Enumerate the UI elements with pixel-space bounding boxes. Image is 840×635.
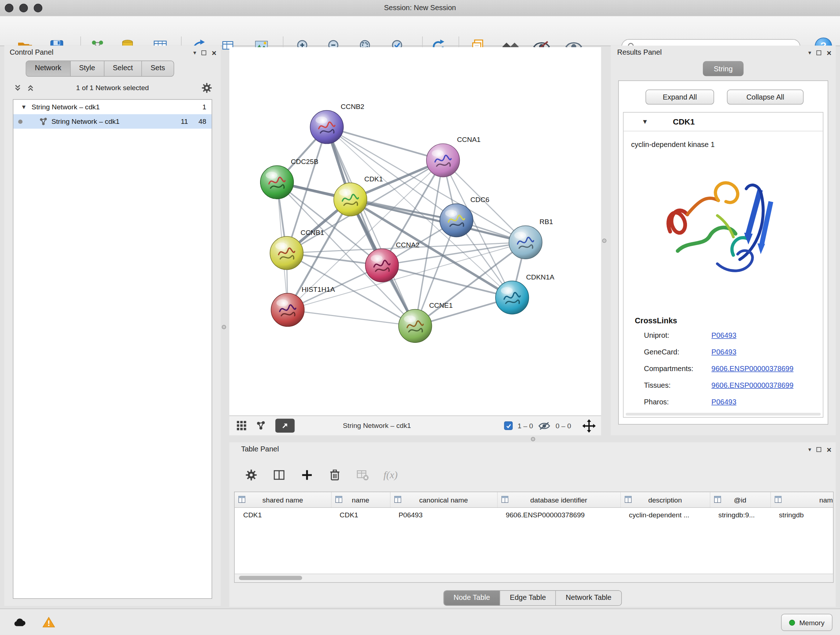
cell-name[interactable]: CDK1	[331, 508, 390, 522]
network-glyph-icon[interactable]	[256, 421, 266, 431]
column-icon	[624, 496, 631, 503]
table-settings-gear-icon[interactable]	[243, 467, 259, 483]
function-builder-icon: f(x)	[382, 467, 398, 483]
collapse-all-button[interactable]: Collapse All	[727, 89, 804, 104]
warnings-button[interactable]	[39, 614, 59, 630]
splitter-handle-left[interactable]	[222, 325, 226, 329]
window-title: Session: New Session	[0, 0, 840, 16]
network-canvas[interactable]: CCNB2CCNA1CDC25BCDK1CDC6RB1CCNB1CCNA2CDK…	[229, 47, 601, 415]
network-edge[interactable]	[327, 127, 443, 160]
protein-section-header[interactable]: ▼ CDK1	[624, 112, 823, 131]
table-close-icon[interactable]: ×	[827, 445, 831, 453]
network-graph[interactable]: CCNB2CCNA1CDC25BCDK1CDC6RB1CCNB1CCNA2CDK…	[229, 47, 601, 415]
cell-namespace[interactable]: stringdb	[770, 508, 834, 522]
column-icon	[335, 496, 342, 503]
table-maximize-icon[interactable]	[816, 447, 821, 451]
node-label-CCNA1: CCNA1	[457, 136, 480, 143]
network-node-HIST1H1A[interactable]: HIST1H1A	[271, 286, 335, 326]
selected-checkbox[interactable]	[504, 421, 513, 430]
column-header-database-identifier[interactable]: database identifier	[497, 492, 621, 507]
network-collection-row[interactable]: ▼ String Network – cdk1 1	[13, 100, 212, 114]
column-header-canonical-name[interactable]: canonical name	[390, 492, 497, 507]
network-options-gear-icon[interactable]	[202, 82, 212, 93]
crosslink-value[interactable]: 9606.ENSP00000378699	[712, 381, 794, 389]
tab-string[interactable]: String	[703, 61, 744, 76]
column-icon	[714, 496, 721, 503]
network-node-CCNB2[interactable]: CCNB2	[310, 103, 364, 144]
birdseye-grid-icon[interactable]	[237, 421, 247, 431]
protein-name: CDK1	[673, 112, 695, 131]
protein-description: cyclin-dependent kinase 1	[631, 141, 714, 149]
cloud-services-button[interactable]	[10, 614, 30, 630]
network-edge[interactable]	[287, 242, 526, 310]
network-node-CCNA1[interactable]: CCNA1	[426, 136, 481, 177]
cell-database-identifier[interactable]: 9606.ENSP00000378699	[497, 508, 621, 522]
column-header-shared-name[interactable]: shared name	[235, 492, 332, 507]
results-close-icon[interactable]: ×	[827, 49, 831, 57]
current-network-bullet-icon	[18, 119, 22, 124]
protein-structure-image	[654, 157, 793, 290]
tree-disclosure-icon[interactable]: ▼	[21, 100, 27, 114]
network-node-CCNB1[interactable]: CCNB1	[270, 229, 324, 270]
crosslink-value[interactable]: P06493	[712, 348, 737, 356]
table-header-row: shared name name canonical name database…	[235, 492, 834, 507]
crosslink-value[interactable]: 9606.ENSP00000378699	[712, 364, 794, 372]
table-horizontal-scrollbar[interactable]	[235, 574, 833, 583]
network-node-CDKN1A[interactable]: CDKN1A	[496, 273, 554, 314]
delete-table-icon-disabled	[355, 467, 370, 483]
node-table: shared name name canonical name database…	[234, 492, 834, 583]
network-row-selected[interactable]: String Network – cdk1 11 48	[13, 114, 212, 128]
control-panel-tabs: Network Style Select Sets	[26, 60, 174, 76]
node-label-CDKN1A: CDKN1A	[526, 273, 554, 281]
tab-network-table[interactable]: Network Table	[556, 591, 621, 605]
detach-view-button[interactable]	[275, 419, 294, 433]
results-scrollbar[interactable]	[626, 413, 821, 415]
column-header-id[interactable]: @id	[710, 492, 770, 507]
tab-style[interactable]: Style	[71, 61, 104, 76]
network-selection-status: 1 of 1 Network selected	[4, 79, 221, 97]
delete-column-icon[interactable]	[327, 467, 343, 483]
memory-button[interactable]: Memory	[781, 614, 832, 631]
panel-close-icon[interactable]: ×	[212, 49, 216, 57]
column-header-name[interactable]: name	[331, 492, 390, 507]
crosslink-row: Uniprot: P06493	[624, 331, 823, 344]
results-maximize-icon[interactable]	[816, 50, 821, 55]
crosslinks-title: CrossLinks	[635, 317, 677, 325]
expand-all-button[interactable]: Expand All	[645, 89, 714, 104]
cell-canonical-name[interactable]: P06493	[390, 508, 497, 522]
node-label-CDK1: CDK1	[364, 175, 383, 183]
section-disclosure-icon[interactable]: ▼	[642, 112, 648, 131]
table-row[interactable]: CDK1 CDK1 P06493 9606.ENSP00000378699 cy…	[235, 508, 834, 522]
tab-node-table[interactable]: Node Table	[444, 591, 500, 605]
warning-icon	[42, 616, 55, 628]
network-edge[interactable]	[327, 127, 415, 326]
tab-sets[interactable]: Sets	[142, 61, 174, 76]
column-header-description[interactable]: description	[621, 492, 710, 507]
tab-network[interactable]: Network	[27, 61, 71, 76]
node-label-CDC25B: CDC25B	[291, 158, 318, 165]
tab-select[interactable]: Select	[104, 61, 142, 76]
panel-maximize-icon[interactable]	[202, 50, 206, 55]
network-edge[interactable]	[287, 310, 415, 326]
cell-shared-name[interactable]: CDK1	[235, 508, 332, 522]
panel-float-icon[interactable]: ▾	[193, 49, 196, 56]
crosslink-value[interactable]: P06493	[712, 398, 737, 406]
table-float-icon[interactable]: ▾	[808, 446, 811, 453]
tab-edge-table[interactable]: Edge Table	[500, 591, 556, 605]
network-view-title: String Network – cdk1	[343, 416, 411, 435]
cell-description[interactable]: cyclin-dependent ...	[621, 508, 710, 522]
network-node-RB1[interactable]: RB1	[509, 218, 553, 259]
hidden-eye-icon[interactable]	[538, 421, 551, 430]
splitter-handle-right[interactable]	[602, 239, 606, 243]
cell-id[interactable]: stringdb:9...	[710, 508, 770, 522]
network-node-CDK1[interactable]: CDK1	[334, 175, 383, 216]
splitter-handle-bottom[interactable]	[531, 437, 535, 441]
column-header-namespace[interactable]: namespace	[770, 492, 834, 507]
show-columns-icon[interactable]	[271, 467, 287, 483]
crosslink-value[interactable]: P06493	[712, 331, 737, 339]
add-column-icon[interactable]	[299, 467, 315, 483]
crosslink-row: Pharos: P06493	[624, 398, 823, 411]
scrollbar-thumb[interactable]	[239, 576, 302, 580]
pan-mode-icon[interactable]	[583, 419, 596, 432]
results-float-icon[interactable]: ▾	[808, 49, 811, 56]
